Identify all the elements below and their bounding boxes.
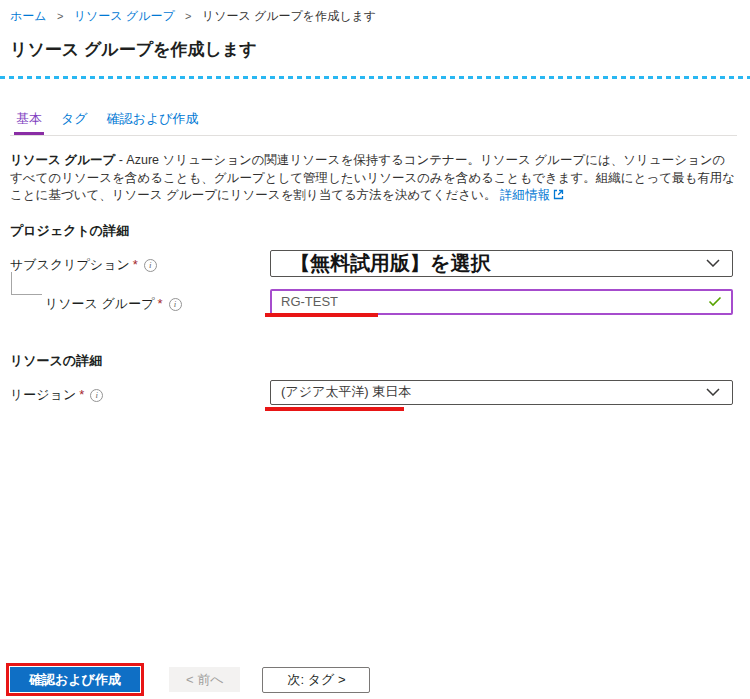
chevron-down-icon <box>706 259 720 267</box>
subscription-field-cell: 【無料試用版】を選択 <box>270 250 733 277</box>
region-row: リージョン*i (アジア太平洋) 東日本 <box>10 380 737 405</box>
tab-tags[interactable]: タグ <box>59 108 90 135</box>
resource-group-input[interactable]: RG-TEST <box>270 289 733 315</box>
section-project-details: プロジェクトの詳細 <box>10 222 740 240</box>
required-asterisk: * <box>157 296 162 311</box>
subscription-dropdown[interactable]: 【無料試用版】を選択 <box>270 250 733 277</box>
annotation-underline-red <box>265 407 404 411</box>
breadcrumb-separator: > <box>185 10 191 22</box>
annotation-underline-red <box>265 313 378 317</box>
info-icon[interactable]: i <box>144 259 157 272</box>
resource-group-row: リソース グループ*i RG-TEST <box>10 289 737 315</box>
region-label: リージョン <box>10 387 76 402</box>
next-tags-button[interactable]: 次: タグ > <box>262 667 370 693</box>
resource-group-value: RG-TEST <box>281 294 338 309</box>
page-title: リソース グループを作成します <box>10 38 740 61</box>
resource-group-label: リソース グループ <box>45 296 154 311</box>
info-icon[interactable]: i <box>90 389 103 402</box>
subscription-label-cell: サブスクリプション*i <box>10 250 270 274</box>
region-field-cell: (アジア太平洋) 東日本 <box>270 380 733 405</box>
section-resource-details: リソースの詳細 <box>10 352 740 370</box>
subscription-label: サブスクリプション <box>10 257 130 272</box>
breadcrumb-current: リソース グループを作成します <box>202 9 376 23</box>
tab-review-create[interactable]: 確認および作成 <box>105 108 201 135</box>
breadcrumb-resource-groups[interactable]: リソース グループ <box>74 9 175 23</box>
review-create-button[interactable]: 確認および作成 <box>10 667 140 692</box>
info-icon[interactable]: i <box>169 298 182 311</box>
required-asterisk: * <box>133 257 138 272</box>
label-connector-line <box>11 272 42 295</box>
subscription-value: 【無料試用版】を選択 <box>281 250 490 277</box>
resource-group-field-cell: RG-TEST <box>270 289 733 315</box>
description-lead: リソース グループ <box>10 153 115 167</box>
breadcrumb-separator: > <box>57 10 63 22</box>
breadcrumb: ホーム > リソース グループ > リソース グループを作成します <box>0 0 750 25</box>
description: リソース グループ - Azure ソリューションの関連リソースを保持するコンテ… <box>10 152 737 205</box>
project-details-form: サブスクリプション*i 【無料試用版】を選択 リソース グループ*i RG-TE… <box>10 250 737 315</box>
subscription-row: サブスクリプション*i 【無料試用版】を選択 <box>10 250 737 277</box>
learn-more-link[interactable]: 詳細情報 <box>500 188 550 202</box>
required-asterisk: * <box>79 387 84 402</box>
annotation-box-red: 確認および作成 <box>6 663 144 696</box>
description-body: - Azure ソリューションの関連リソースを保持するコンテナー。リソース グル… <box>10 153 735 202</box>
region-dropdown[interactable]: (アジア太平洋) 東日本 <box>270 380 733 405</box>
chevron-down-icon <box>706 388 720 396</box>
previous-button[interactable]: < 前へ <box>169 667 241 692</box>
footer-actions: 確認および作成 < 前へ 次: タグ > <box>6 663 370 696</box>
region-value: (アジア太平洋) 東日本 <box>281 383 411 401</box>
tab-bar: 基本 タグ 確認および作成 <box>10 108 737 136</box>
valid-check-icon <box>708 296 722 307</box>
resource-details-form: リージョン*i (アジア太平洋) 東日本 <box>10 380 737 405</box>
breadcrumb-home[interactable]: ホーム <box>10 9 47 23</box>
resource-group-label-cell: リソース グループ*i <box>10 289 270 313</box>
external-link-icon <box>553 189 564 200</box>
create-resource-group-page: ホーム > リソース グループ > リソース グループを作成します リソース グ… <box>0 0 750 405</box>
region-label-cell: リージョン*i <box>10 380 270 404</box>
dashed-divider <box>0 76 750 79</box>
tab-basics[interactable]: 基本 <box>14 108 44 135</box>
